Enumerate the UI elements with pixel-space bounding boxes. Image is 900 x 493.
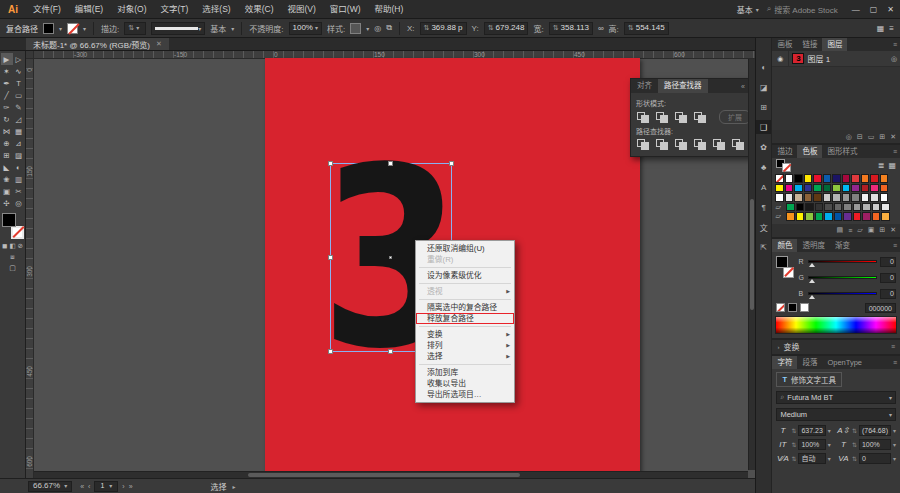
swatch[interactable] [872,203,881,212]
tab-character[interactable]: 字符 [772,356,797,369]
expand-button[interactable]: 扩展 [719,110,751,124]
selection-handle[interactable] [328,255,333,260]
swatch[interactable] [785,193,794,202]
swatch[interactable] [851,174,860,183]
swatch[interactable] [834,203,843,212]
vertical-scrollbar[interactable] [748,59,755,470]
layer-row[interactable]: ◉ 3 图层 1 ◎ [772,51,900,67]
panel-menu-icon[interactable]: ≡ [893,148,900,155]
swatch[interactable] [843,212,852,221]
font-family-input[interactable]: ⌕ Futura Md BT ▾ [776,391,896,404]
minus-back-button[interactable] [731,138,746,151]
zoom-level-select[interactable]: 66.67%▾ [28,481,72,492]
menu-item-select[interactable]: 选择▶ [416,351,514,362]
stepper-icon[interactable]: ⇅ [791,427,796,434]
selection-handle[interactable] [388,349,393,354]
align-options-icon[interactable]: ⧉ [386,23,392,33]
panel-menu-icon[interactable]: ≡ [893,359,900,366]
selection-handle[interactable] [449,161,454,166]
swatch[interactable] [775,184,784,193]
chevron-down-icon[interactable]: ▾ [828,441,831,448]
exclude-button[interactable] [693,111,708,124]
tab-paragraph[interactable]: 段落 [797,356,822,369]
swatch[interactable] [861,193,870,202]
swatch[interactable] [805,212,814,221]
menu-文件(F)[interactable]: 文件(F) [26,0,68,19]
swatch[interactable] [842,193,851,202]
constrain-proportions-icon[interactable]: ∞ [598,24,604,33]
chevron-down-icon[interactable]: ▾ [893,441,896,448]
export-panel-icon[interactable]: ⇱ [756,240,771,254]
unite-button[interactable] [636,111,651,124]
swatch[interactable] [880,193,889,202]
stroke-weight-input[interactable]: ⇅▾ [124,22,146,35]
artboard-tool[interactable]: ▣ [1,185,13,197]
panel-menu-icon[interactable]: ≡ [893,41,900,48]
crop-button[interactable] [693,138,708,151]
tab-pathfinder[interactable]: 路径查找器 [658,79,708,93]
symbols-panel-icon[interactable]: ✿ [756,140,771,154]
chevron-down-icon[interactable]: ▾ [893,455,896,462]
swatch[interactable] [851,184,860,193]
trim-button[interactable] [655,138,670,151]
swatch[interactable] [813,184,822,193]
transform-panel-header[interactable]: › 变换 ≡ [772,340,900,354]
font-size-field[interactable]: T⇅637.23▾ [776,425,830,436]
menu-文字(T)[interactable]: 文字(T) [153,0,195,19]
swatch[interactable] [881,203,890,212]
swatch[interactable] [842,174,851,183]
menu-窗口(W)[interactable]: 窗口(W) [323,0,368,19]
fill-stroke-control[interactable] [2,213,24,239]
fill-color-swatch[interactable] [43,23,54,34]
slider-thumb[interactable] [809,263,815,267]
menu-item-release-compound-path[interactable]: 释放复合路径 [416,313,514,324]
stepper-icon[interactable]: ⇅ [791,455,796,462]
close-button[interactable]: ✕ [887,5,894,14]
scrollbar-thumb[interactable] [750,199,754,310]
stock-search-input[interactable]: ⌕ 搜索 Adobe Stock [767,4,838,15]
swatch[interactable] [824,203,833,212]
swatch[interactable] [861,184,870,193]
character-styles-panel-icon[interactable]: A [756,180,771,194]
direct-selection-tool[interactable]: ▷ [13,53,25,65]
swatch[interactable] [853,212,862,221]
y-input[interactable]: ⇅679.248 [484,22,529,35]
menu-item-add-to-library[interactable]: 添加到库 [416,367,514,378]
stepper-icon[interactable]: ⇅ [852,441,857,448]
artboard-number-select[interactable]: 1▾ [94,481,118,492]
slider-thumb[interactable] [809,279,815,283]
selection-handle[interactable] [328,349,333,354]
swatch[interactable] [851,193,860,202]
tab-links[interactable]: 链接 [797,38,822,51]
stepper-icon[interactable]: ⇅ [852,455,857,462]
slider-thumb[interactable] [809,295,815,299]
swatch[interactable] [862,212,871,221]
menu-视图(V)[interactable]: 视图(V) [281,0,323,19]
swatch-options-icon[interactable]: ▱ [857,226,862,234]
swatch[interactable] [815,212,824,221]
slice-tool[interactable]: ✂ [13,185,25,197]
selection-handle[interactable] [328,161,333,166]
shape-builder-tool[interactable]: ⊕ [1,137,13,149]
touch-type-tool-button[interactable]: T 修饰文字工具 [776,372,842,387]
maximize-button[interactable]: ▢ [870,5,878,14]
gradient-tool[interactable]: ▨ [13,149,25,161]
x-input[interactable]: ⇅369.88 p [420,22,467,35]
swatch[interactable] [786,212,795,221]
swatch[interactable] [775,193,784,202]
swatch-group-folder-icon[interactable]: ▱ [775,212,785,220]
free-transform-tool[interactable]: ▦ [13,125,25,137]
swatch[interactable] [870,174,879,183]
swatch[interactable] [775,174,784,183]
prev-artboard-button[interactable]: ‹ [88,483,90,490]
minus-front-button[interactable] [655,111,670,124]
slider-track[interactable] [808,260,877,263]
tab-align[interactable]: 对齐 [631,79,658,93]
menu-item-undo-ungroup[interactable]: 还原取消编组(U) [416,243,514,254]
recolor-artwork-icon[interactable]: ◎ [374,24,381,33]
new-layer-icon[interactable]: ⊞ [879,133,885,141]
opacity-input[interactable]: 100%▾ [289,22,322,35]
brushes-panel-icon[interactable]: ♣ [756,160,771,174]
menu-item-export-selection[interactable]: 导出所选项目… [416,389,514,400]
tab-color[interactable]: 颜色 [772,239,797,252]
